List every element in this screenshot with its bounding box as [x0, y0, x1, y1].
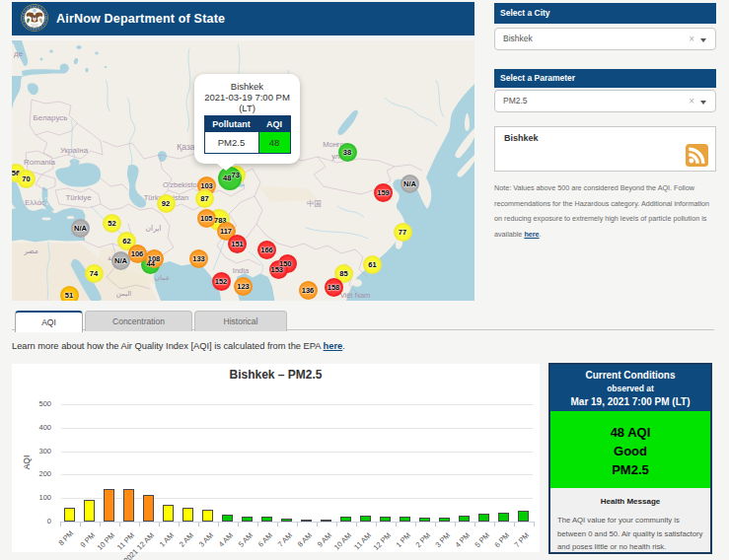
- svg-text:Việt Nam: Việt Nam: [340, 291, 371, 300]
- svg-text:اليمن: اليمن: [116, 290, 132, 298]
- svg-text:ایران: ایران: [146, 224, 162, 233]
- svg-text:中国: 中国: [307, 199, 322, 208]
- svg-text:де: де: [14, 49, 24, 58]
- svg-text:عمان: عمان: [155, 274, 171, 281]
- svg-text:Беларусь: Беларусь: [34, 113, 68, 122]
- svg-text:Türkiye: Türkiye: [65, 193, 92, 202]
- svg-text:India: India: [233, 266, 250, 275]
- svg-text:O'zbekiston: O'zbekiston: [163, 180, 201, 189]
- svg-text:مصر: مصر: [23, 246, 38, 255]
- svg-text:Ελλάς: Ελλάς: [25, 198, 45, 207]
- svg-text:Romania: Romania: [24, 158, 56, 167]
- svg-text:Україна: Україна: [60, 146, 89, 155]
